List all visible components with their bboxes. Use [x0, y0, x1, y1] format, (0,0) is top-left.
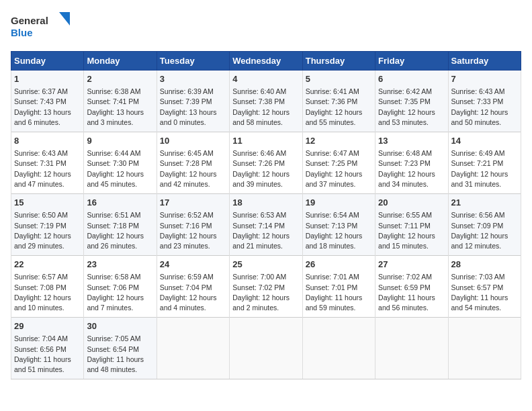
day-number: 27 — [378, 259, 445, 271]
day-number: 10 — [160, 135, 226, 147]
cell-details: Sunrise: 6:43 AMSunset: 7:33 PMDaylight:… — [451, 87, 518, 128]
calendar-cell — [375, 318, 448, 379]
day-number: 30 — [87, 320, 153, 332]
calendar-cell: 15Sunrise: 6:50 AMSunset: 7:19 PMDayligh… — [11, 194, 84, 256]
calendar-cell: 23Sunrise: 6:58 AMSunset: 7:06 PMDayligh… — [84, 256, 157, 318]
calendar-cell: 10Sunrise: 6:45 AMSunset: 7:28 PMDayligh… — [157, 132, 229, 194]
cell-details: Sunrise: 6:46 AMSunset: 7:26 PMDaylight:… — [232, 148, 299, 189]
calendar-cell: 21Sunrise: 6:56 AMSunset: 7:09 PMDayligh… — [448, 194, 521, 256]
day-number: 25 — [232, 259, 299, 271]
col-header-friday: Friday — [375, 52, 448, 71]
calendar-cell: 29Sunrise: 7:04 AMSunset: 6:56 PMDayligh… — [11, 318, 84, 379]
day-number: 23 — [87, 259, 153, 271]
calendar-cell: 7Sunrise: 6:43 AMSunset: 7:33 PMDaylight… — [448, 71, 521, 132]
day-number: 7 — [451, 73, 518, 85]
calendar-cell — [157, 318, 229, 379]
calendar-cell: 11Sunrise: 6:46 AMSunset: 7:26 PMDayligh… — [230, 132, 302, 194]
cell-details: Sunrise: 6:57 AMSunset: 7:08 PMDaylight:… — [14, 272, 81, 313]
calendar-cell: 16Sunrise: 6:51 AMSunset: 7:18 PMDayligh… — [84, 194, 157, 256]
calendar-cell — [230, 318, 302, 379]
cell-details: Sunrise: 6:48 AMSunset: 7:23 PMDaylight:… — [378, 148, 445, 189]
calendar-cell: 1Sunrise: 6:37 AMSunset: 7:43 PMDaylight… — [11, 71, 84, 132]
day-number: 17 — [160, 197, 226, 209]
calendar-cell: 13Sunrise: 6:48 AMSunset: 7:23 PMDayligh… — [375, 132, 448, 194]
calendar-cell: 26Sunrise: 7:01 AMSunset: 7:01 PMDayligh… — [302, 256, 375, 318]
col-header-sunday: Sunday — [11, 52, 84, 71]
calendar-cell: 27Sunrise: 7:02 AMSunset: 6:59 PMDayligh… — [375, 256, 448, 318]
cell-details: Sunrise: 6:59 AMSunset: 7:04 PMDaylight:… — [160, 272, 226, 313]
cell-details: Sunrise: 7:00 AMSunset: 7:02 PMDaylight:… — [232, 272, 299, 313]
cell-details: Sunrise: 7:04 AMSunset: 6:56 PMDaylight:… — [14, 334, 81, 375]
day-number: 22 — [14, 259, 81, 271]
calendar-cell — [448, 318, 521, 379]
calendar-cell: 17Sunrise: 6:52 AMSunset: 7:16 PMDayligh… — [157, 194, 229, 256]
col-header-thursday: Thursday — [302, 52, 375, 71]
cell-details: Sunrise: 6:49 AMSunset: 7:21 PMDaylight:… — [451, 148, 518, 189]
day-number: 12 — [306, 135, 372, 147]
cell-details: Sunrise: 6:45 AMSunset: 7:28 PMDaylight:… — [160, 148, 226, 189]
day-number: 11 — [232, 135, 299, 147]
day-number: 9 — [87, 135, 153, 147]
svg-text:General: General — [11, 15, 48, 26]
calendar-cell: 18Sunrise: 6:53 AMSunset: 7:14 PMDayligh… — [230, 194, 302, 256]
cell-details: Sunrise: 6:56 AMSunset: 7:09 PMDaylight:… — [451, 210, 518, 251]
calendar-cell: 9Sunrise: 6:44 AMSunset: 7:30 PMDaylight… — [84, 132, 157, 194]
calendar-cell: 25Sunrise: 7:00 AMSunset: 7:02 PMDayligh… — [230, 256, 302, 318]
calendar-cell: 5Sunrise: 6:41 AMSunset: 7:36 PMDaylight… — [302, 71, 375, 132]
cell-details: Sunrise: 6:50 AMSunset: 7:19 PMDaylight:… — [14, 210, 81, 251]
cell-details: Sunrise: 6:37 AMSunset: 7:43 PMDaylight:… — [14, 87, 81, 128]
cell-details: Sunrise: 7:02 AMSunset: 6:59 PMDaylight:… — [378, 272, 445, 313]
calendar-cell — [302, 318, 375, 379]
calendar-cell: 14Sunrise: 6:49 AMSunset: 7:21 PMDayligh… — [448, 132, 521, 194]
day-number: 2 — [87, 73, 153, 85]
day-number: 19 — [306, 197, 372, 209]
day-number: 13 — [378, 135, 445, 147]
col-header-wednesday: Wednesday — [230, 52, 302, 71]
cell-details: Sunrise: 6:41 AMSunset: 7:36 PMDaylight:… — [306, 87, 372, 128]
logo: General Blue — [11, 11, 71, 43]
calendar-cell: 3Sunrise: 6:39 AMSunset: 7:39 PMDaylight… — [157, 71, 229, 132]
svg-marker-2 — [59, 12, 70, 26]
calendar-cell: 6Sunrise: 6:42 AMSunset: 7:35 PMDaylight… — [375, 71, 448, 132]
cell-details: Sunrise: 6:54 AMSunset: 7:13 PMDaylight:… — [306, 210, 372, 251]
day-number: 3 — [160, 73, 226, 85]
svg-text:Blue: Blue — [11, 27, 33, 38]
cell-details: Sunrise: 6:55 AMSunset: 7:11 PMDaylight:… — [378, 210, 445, 251]
day-number: 18 — [232, 197, 299, 209]
calendar-cell: 4Sunrise: 6:40 AMSunset: 7:38 PMDaylight… — [230, 71, 302, 132]
header: General Blue — [11, 11, 521, 43]
day-number: 5 — [306, 73, 372, 85]
calendar-cell: 20Sunrise: 6:55 AMSunset: 7:11 PMDayligh… — [375, 194, 448, 256]
day-number: 6 — [378, 73, 445, 85]
calendar-cell: 2Sunrise: 6:38 AMSunset: 7:41 PMDaylight… — [84, 71, 157, 132]
cell-details: Sunrise: 7:01 AMSunset: 7:01 PMDaylight:… — [306, 272, 372, 313]
day-number: 1 — [14, 73, 81, 85]
logo-svg: General Blue — [11, 11, 71, 43]
day-number: 16 — [87, 197, 153, 209]
cell-details: Sunrise: 6:53 AMSunset: 7:14 PMDaylight:… — [232, 210, 299, 251]
cell-details: Sunrise: 6:44 AMSunset: 7:30 PMDaylight:… — [87, 148, 153, 189]
day-number: 24 — [160, 259, 226, 271]
day-number: 29 — [14, 320, 81, 332]
calendar-cell: 24Sunrise: 6:59 AMSunset: 7:04 PMDayligh… — [157, 256, 229, 318]
cell-details: Sunrise: 7:03 AMSunset: 6:57 PMDaylight:… — [451, 272, 518, 313]
cell-details: Sunrise: 6:42 AMSunset: 7:35 PMDaylight:… — [378, 87, 445, 128]
cell-details: Sunrise: 6:58 AMSunset: 7:06 PMDaylight:… — [87, 272, 153, 313]
cell-details: Sunrise: 6:40 AMSunset: 7:38 PMDaylight:… — [232, 87, 299, 128]
day-number: 4 — [232, 73, 299, 85]
cell-details: Sunrise: 6:43 AMSunset: 7:31 PMDaylight:… — [14, 148, 81, 189]
col-header-monday: Monday — [84, 52, 157, 71]
calendar-cell: 28Sunrise: 7:03 AMSunset: 6:57 PMDayligh… — [448, 256, 521, 318]
day-number: 20 — [378, 197, 445, 209]
day-number: 26 — [306, 259, 372, 271]
cell-details: Sunrise: 6:47 AMSunset: 7:25 PMDaylight:… — [306, 148, 372, 189]
calendar-cell: 19Sunrise: 6:54 AMSunset: 7:13 PMDayligh… — [302, 194, 375, 256]
cell-details: Sunrise: 6:38 AMSunset: 7:41 PMDaylight:… — [87, 87, 153, 128]
calendar-cell: 30Sunrise: 7:05 AMSunset: 6:54 PMDayligh… — [84, 318, 157, 379]
day-number: 14 — [451, 135, 518, 147]
cell-details: Sunrise: 6:39 AMSunset: 7:39 PMDaylight:… — [160, 87, 226, 128]
calendar-table: SundayMondayTuesdayWednesdayThursdayFrid… — [11, 51, 521, 379]
day-number: 8 — [14, 135, 81, 147]
day-number: 28 — [451, 259, 518, 271]
calendar-cell: 8Sunrise: 6:43 AMSunset: 7:31 PMDaylight… — [11, 132, 84, 194]
